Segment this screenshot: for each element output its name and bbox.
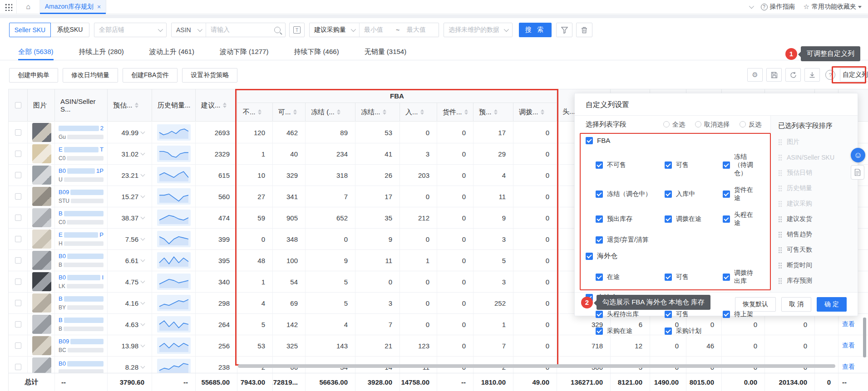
row-suggest-cell[interactable]: 474	[196, 207, 237, 228]
asin-line1[interactable]: B09	[59, 338, 104, 345]
asin-line1[interactable]: B0	[59, 253, 104, 259]
field-checkbox-冻结（待调仓）[interactable]: 冻结（待调仓）	[723, 153, 757, 177]
row-price-cell[interactable]: 4.63	[108, 314, 152, 335]
header-select-all[interactable]	[9, 89, 28, 121]
row-price-cell[interactable]: 31.02	[108, 143, 152, 164]
field-checkbox-可售[interactable]: 可售	[665, 269, 723, 285]
row-suggest-cell[interactable]: 2329	[196, 143, 237, 164]
row-suggest-cell[interactable]: 298	[196, 293, 237, 313]
column-header-4[interactable]: 建议...	[196, 89, 237, 121]
row-price-cell[interactable]: 4.75	[108, 271, 152, 292]
view-link[interactable]: 查看	[838, 320, 855, 328]
row-price-cell[interactable]: 4.16	[108, 293, 152, 313]
filter-button[interactable]	[556, 23, 572, 37]
row-suggest-cell[interactable]: 340	[196, 271, 237, 292]
field-checkbox-待上架[interactable]: 待上架	[723, 310, 757, 318]
tab-波动下降[interactable]: 波动下降 (1277)	[220, 44, 269, 60]
checkbox-checked-icon[interactable]	[665, 311, 672, 318]
row-price-cell[interactable]: 13.98	[108, 335, 152, 356]
sorted-field-销售趋势[interactable]: 销售趋势	[771, 227, 858, 242]
row-suggest-cell[interactable]: 395	[196, 250, 237, 271]
save-view-button[interactable]	[766, 68, 782, 82]
favorites-link[interactable]: ☆常用功能收藏夹	[804, 3, 862, 11]
field-checkbox-头程在途[interactable]: 头程在途	[723, 211, 757, 227]
row-checkbox[interactable]	[15, 129, 21, 136]
asin-line1[interactable]: B09	[59, 189, 104, 196]
tab-全部[interactable]: 全部 (5638)	[18, 44, 54, 60]
asin-line1[interactable]: B	[59, 210, 104, 217]
guide-link[interactable]: ?操作指南	[761, 3, 795, 11]
checkbox-checked-icon[interactable]	[665, 274, 672, 281]
checkbox-checked-icon[interactable]	[596, 274, 603, 281]
checkbox-checked-icon[interactable]	[665, 161, 672, 169]
checkbox-checked-icon[interactable]	[665, 215, 672, 223]
tab-amazon-inventory[interactable]: Amazon库存规划 ×	[40, 0, 106, 14]
help-button[interactable]: ?	[825, 70, 835, 80]
field-checkbox-采购在途[interactable]: 采购在途	[596, 327, 665, 335]
maintain-select[interactable]: 选择未维护的数据	[444, 23, 513, 37]
checkbox-checked-icon[interactable]	[586, 137, 593, 144]
row-checkbox[interactable]	[15, 172, 21, 178]
close-icon[interactable]: ×	[97, 3, 101, 10]
keyword-input[interactable]: 请输入	[206, 23, 274, 37]
max-input[interactable]: 最大值	[402, 23, 439, 37]
fba-column-header-4[interactable]: 入...	[400, 103, 437, 121]
checkbox-checked-icon[interactable]	[596, 161, 603, 169]
field-checkbox-货件在途[interactable]: 货件在途	[723, 186, 757, 202]
field-checkbox-头程待出库[interactable]: 头程待出库	[596, 310, 665, 318]
checkbox-checked-icon[interactable]	[723, 161, 730, 169]
radio-反选[interactable]: 反选	[740, 121, 761, 129]
row-checkbox[interactable]	[15, 300, 21, 306]
row-price-cell[interactable]: 23.21	[108, 165, 152, 186]
fba-column-header-2[interactable]: 冻结 (...	[306, 103, 355, 121]
action-button-1[interactable]: 修改日均销量	[63, 68, 118, 83]
checkbox-checked-icon[interactable]	[596, 311, 603, 318]
fba-column-header-5[interactable]: 货件...	[437, 103, 473, 121]
field-checkbox-退货/弃置/清算[interactable]: 退货/弃置/清算	[596, 236, 665, 244]
row-checkbox[interactable]	[15, 215, 21, 221]
sorted-field-可售天数[interactable]: 可售天数	[771, 242, 858, 258]
checkbox-checked-icon[interactable]	[596, 215, 603, 223]
fba-column-header-3[interactable]: 冻结...	[355, 103, 400, 121]
system-sku-toggle[interactable]: 系统SKU	[50, 23, 89, 37]
fba-column-header-1[interactable]: 可...	[273, 103, 306, 121]
sorted-field-断货时间[interactable]: 断货时间	[771, 258, 858, 273]
asin-line1[interactable]: B0I	[59, 274, 104, 281]
row-suggest-cell[interactable]: 256	[196, 335, 237, 356]
asin-line1[interactable]: B	[59, 295, 104, 302]
download-button[interactable]	[804, 68, 820, 82]
field-checkbox-预出库存[interactable]: 预出库存	[596, 211, 665, 227]
field-checkbox-调拨待出库[interactable]: 调拨待出库	[723, 269, 757, 285]
support-chat-button[interactable]: ☺	[851, 148, 865, 162]
row-suggest-cell[interactable]: 399	[196, 229, 237, 249]
field-checkbox-采购计划[interactable]: 采购计划	[665, 327, 723, 335]
view-link[interactable]: 查看	[838, 342, 855, 350]
view-link[interactable]: 查看	[838, 363, 855, 371]
field-checkbox-调拨在途[interactable]: 调拨在途	[665, 211, 723, 227]
customize-columns-button[interactable]: 自定义列	[840, 68, 868, 82]
shop-select[interactable]: 全部店铺	[94, 23, 167, 37]
row-price-cell[interactable]: 15.27	[108, 186, 152, 207]
metric-select[interactable]: 建议采购量	[310, 23, 360, 37]
field-checkbox-可售[interactable]: 可售	[665, 153, 723, 177]
row-checkbox[interactable]	[15, 236, 21, 242]
asin-line1[interactable]: EP	[59, 231, 104, 238]
tab-无销量[interactable]: 无销量 (3154)	[365, 44, 407, 60]
batch-input-button[interactable]: T	[289, 23, 305, 37]
fba-column-header-6[interactable]: 预...	[473, 103, 513, 121]
row-price-cell[interactable]: 6.61	[108, 250, 152, 271]
action-button-3[interactable]: 设置补货策略	[182, 68, 237, 83]
row-checkbox[interactable]	[15, 321, 21, 327]
row-suggest-cell[interactable]: 2693	[196, 122, 237, 143]
radio-取消选择[interactable]: 取消选择	[695, 121, 730, 129]
checkbox-checked-icon[interactable]	[665, 327, 672, 335]
row-checkbox[interactable]	[15, 279, 21, 285]
search-button[interactable]: 搜 索	[519, 23, 552, 37]
checkbox-checked-icon[interactable]	[723, 274, 730, 281]
asin-line1[interactable]: B0	[59, 360, 104, 367]
row-checkbox[interactable]	[15, 257, 21, 264]
column-header-2[interactable]: 预估...	[108, 89, 152, 121]
tab-波动上升[interactable]: 波动上升 (461)	[149, 44, 194, 60]
checkbox-checked-icon[interactable]	[596, 236, 603, 244]
row-price-cell[interactable]: 49.99	[108, 122, 152, 143]
